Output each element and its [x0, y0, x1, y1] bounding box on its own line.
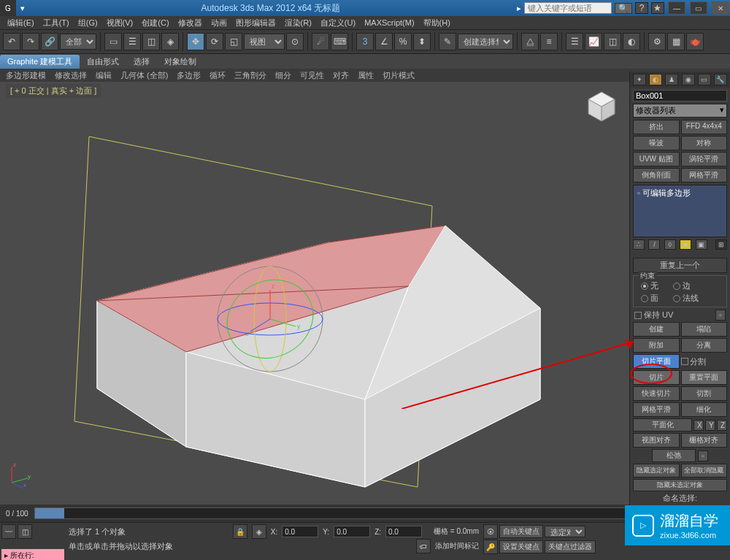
- so-element[interactable]: ▣: [696, 239, 707, 250]
- r2-geomall[interactable]: 几何体 (全部): [116, 69, 172, 82]
- named-selection-set[interactable]: 创建选择集: [458, 34, 513, 50]
- chk-preserve-uv[interactable]: [634, 312, 642, 319]
- qb-meshsmooth[interactable]: 网格平滑: [681, 168, 728, 183]
- r2-modsel[interactable]: 修改选择: [50, 69, 91, 82]
- menu-group[interactable]: 组(G): [74, 18, 102, 28]
- layers-button[interactable]: ☰: [566, 33, 583, 50]
- stack-config-icon[interactable]: ⊞: [715, 239, 727, 250]
- keymode-button[interactable]: ⌨: [331, 33, 348, 50]
- key-toggle-icon[interactable]: ⦿: [483, 524, 498, 539]
- setkey-button[interactable]: 设置关键点: [499, 540, 543, 553]
- btn-tess[interactable]: 细化: [681, 402, 728, 417]
- btn-planar[interactable]: 平面化: [633, 418, 692, 431]
- so-edge[interactable]: /: [648, 239, 660, 250]
- menu-create[interactable]: 创建(C): [137, 18, 173, 28]
- r2-edit[interactable]: 编辑: [91, 69, 116, 82]
- rotate-button[interactable]: ⟳: [206, 33, 223, 50]
- panel-util-icon[interactable]: 🔧: [714, 74, 727, 85]
- menu-edit[interactable]: 编辑(E): [3, 18, 39, 28]
- radio-edge[interactable]: [673, 283, 680, 290]
- r2-subdiv[interactable]: 细分: [271, 69, 296, 82]
- redo-button[interactable]: ↷: [22, 33, 39, 50]
- named-sel-button[interactable]: ✎: [439, 33, 456, 50]
- ref-coord[interactable]: 视图: [244, 34, 285, 50]
- menu-tools[interactable]: 工具(T): [39, 18, 74, 28]
- ribbon-tab-objectpaint[interactable]: 对象绘制: [157, 55, 204, 69]
- qb-symmetry[interactable]: 对称: [681, 136, 728, 150]
- ribbon-tab-select[interactable]: 选择: [126, 55, 157, 69]
- btn-quick-slice[interactable]: 快速切片: [633, 386, 680, 401]
- panel-hierarchy-icon[interactable]: ♟: [665, 74, 678, 85]
- qb-bevel[interactable]: 倒角剖面: [633, 168, 680, 183]
- select-rect-button[interactable]: ◫: [142, 33, 160, 50]
- setkey-icon[interactable]: 🔑: [483, 540, 498, 554]
- qb-extrude[interactable]: 挤出: [633, 120, 680, 134]
- btn-hideunsel[interactable]: 隐藏未选定对象: [633, 479, 727, 491]
- r2-loop[interactable]: 循环: [205, 69, 230, 82]
- maximize-button[interactable]: ▭: [690, 1, 707, 15]
- mini-track-icon[interactable]: ◫: [18, 524, 32, 539]
- window-crossing-button[interactable]: ◈: [161, 33, 179, 50]
- ribbon-tab-graphite[interactable]: Graphite 建模工具: [0, 55, 80, 69]
- menu-help[interactable]: 帮助(H): [419, 18, 455, 28]
- r2-slice[interactable]: 切片模式: [378, 69, 419, 82]
- minimize-button[interactable]: —: [668, 1, 685, 15]
- qb-noise[interactable]: 噪波: [633, 136, 680, 150]
- r2-props[interactable]: 属性: [353, 69, 378, 82]
- coord-z[interactable]: [385, 526, 422, 537]
- btn-reset-plane[interactable]: 重置平面: [681, 370, 728, 385]
- btn-x[interactable]: X: [694, 420, 704, 431]
- timeline[interactable]: 0 / 100: [0, 505, 629, 522]
- panel-display-icon[interactable]: ▭: [698, 74, 711, 85]
- btn-slice[interactable]: 切片: [633, 370, 680, 385]
- radio-face[interactable]: [641, 295, 648, 302]
- menu-customize[interactable]: 自定义(U): [316, 18, 360, 28]
- menu-grapheditor[interactable]: 图形编辑器: [231, 18, 280, 28]
- coord-y[interactable]: [334, 526, 370, 537]
- btn-unhideall[interactable]: 全部取消隐藏: [681, 464, 728, 477]
- align-button[interactable]: ≡: [540, 33, 558, 50]
- render-button[interactable]: 🫖: [686, 33, 704, 50]
- qb-uvw[interactable]: UVW 贴图: [633, 152, 680, 166]
- r2-polymodel[interactable]: 多边形建模: [1, 69, 50, 82]
- so-poly[interactable]: ■: [680, 239, 691, 250]
- panel-modify-icon[interactable]: ◐: [649, 74, 662, 85]
- close-button[interactable]: ✕: [712, 1, 729, 15]
- coord-x[interactable]: [282, 526, 318, 537]
- btn-slice-plane[interactable]: 切片平面: [633, 354, 680, 369]
- timetag-icon[interactable]: 🏷: [416, 539, 431, 553]
- curve-editor-button[interactable]: 📈: [585, 33, 602, 50]
- btn-gridalign[interactable]: 栅格对齐: [681, 433, 728, 448]
- select-name-button[interactable]: ☰: [123, 33, 141, 50]
- add-timetag[interactable]: 添加时间标记: [435, 541, 479, 551]
- preserve-uv-settings[interactable]: ▫: [715, 310, 726, 321]
- mirror-button[interactable]: ⧋: [521, 33, 539, 50]
- viewcube-icon[interactable]: [583, 88, 620, 126]
- btn-z[interactable]: Z: [717, 420, 727, 431]
- help-icon[interactable]: ?: [635, 2, 648, 14]
- render-frame-button[interactable]: ▦: [667, 33, 685, 50]
- move-button[interactable]: ✥: [187, 33, 204, 50]
- qb-turbo[interactable]: 涡轮平滑: [681, 152, 728, 166]
- so-vertex[interactable]: ∴: [633, 239, 645, 250]
- menu-maxscript[interactable]: MAXScript(M): [360, 18, 418, 27]
- render-setup-button[interactable]: ⚙: [648, 33, 666, 50]
- angle-snap-button[interactable]: ∠: [375, 33, 393, 50]
- r2-poly[interactable]: 多边形: [172, 69, 205, 82]
- relax-settings[interactable]: ▫: [698, 450, 708, 461]
- btn-cut[interactable]: 切割: [681, 386, 728, 401]
- panel-motion-icon[interactable]: ◉: [682, 74, 695, 85]
- menu-animation[interactable]: 动画: [207, 18, 231, 28]
- btn-collapse[interactable]: 塌陷: [681, 322, 728, 337]
- undo-button[interactable]: ↶: [3, 33, 20, 50]
- link-button[interactable]: 🔗: [41, 33, 58, 50]
- object-name-field[interactable]: Box001: [633, 90, 727, 101]
- btn-relax[interactable]: 松弛: [652, 449, 696, 462]
- schematic-button[interactable]: ◫: [604, 33, 621, 50]
- so-border[interactable]: ◊: [664, 239, 676, 250]
- spinner-snap-button[interactable]: ⬍: [413, 33, 431, 50]
- viewport-label[interactable]: [ + 0 正交 | 真实 + 边面 ]: [6, 84, 101, 98]
- radio-none[interactable]: [641, 283, 648, 290]
- btn-hidesel[interactable]: 隐藏选定对象: [633, 464, 680, 477]
- ribbon-tab-freeform[interactable]: 自由形式: [80, 55, 126, 69]
